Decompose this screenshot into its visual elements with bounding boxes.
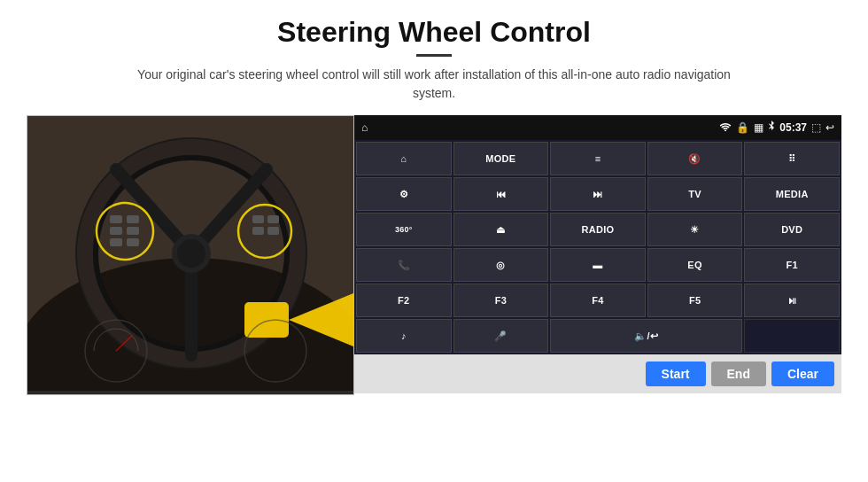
- phone-btn[interactable]: 📞: [356, 248, 452, 282]
- lock-icon: 🔒: [736, 121, 749, 134]
- media-btn[interactable]: MEDIA: [744, 177, 840, 211]
- action-bar: Start End Clear: [354, 354, 841, 393]
- eject-btn[interactable]: ⏏: [453, 213, 549, 246]
- clear-button[interactable]: Clear: [771, 362, 834, 386]
- screen-btn[interactable]: ▬: [550, 248, 646, 282]
- brightness-btn[interactable]: ☀: [647, 213, 743, 246]
- f1-btn[interactable]: F1: [744, 248, 840, 282]
- dvd-btn[interactable]: DVD: [744, 213, 840, 246]
- status-right: 🔒 ▦ 05:37 ⬚ ↩: [719, 120, 834, 135]
- page-wrapper: Steering Wheel Control Your original car…: [0, 0, 868, 482]
- svg-rect-21: [267, 227, 279, 235]
- start-button[interactable]: Start: [646, 362, 706, 386]
- bluetooth-icon: [768, 120, 775, 135]
- nav-btn[interactable]: ◎: [453, 248, 549, 282]
- content-row: ⌂ 🔒 ▦ 05:37 ⬚ ↩: [27, 115, 841, 395]
- page-subtitle: Your original car's steering wheel contr…: [133, 66, 735, 103]
- 360-btn[interactable]: 360°: [356, 213, 452, 246]
- svg-point-9: [177, 239, 205, 268]
- status-left: ⌂: [361, 121, 368, 134]
- svg-rect-17: [127, 238, 139, 246]
- svg-rect-13: [110, 227, 122, 235]
- back-icon: ↩: [825, 121, 834, 134]
- status-time: 05:37: [779, 121, 807, 134]
- mic-btn[interactable]: 🎤: [453, 319, 549, 353]
- f3-btn[interactable]: F3: [453, 284, 549, 317]
- f5-btn[interactable]: F5: [647, 284, 743, 317]
- wifi-icon: [719, 121, 732, 134]
- sim-icon: ▦: [754, 121, 763, 134]
- eq-btn[interactable]: EQ: [647, 248, 743, 282]
- svg-rect-12: [110, 215, 122, 223]
- title-divider: [416, 54, 452, 57]
- home-icon: ⌂: [361, 121, 368, 134]
- page-title: Steering Wheel Control: [277, 16, 591, 49]
- apps-btn[interactable]: ⠿: [744, 142, 840, 175]
- svg-rect-18: [252, 215, 264, 223]
- button-grid: ⌂ MODE ≡ 🔇 ⠿ ⚙ ⏮ ⏭ TV MEDIA 360° ⏏ RADIO…: [354, 140, 841, 354]
- mute-btn[interactable]: 🔇: [647, 142, 743, 175]
- empty-btn-r6: [744, 319, 840, 353]
- radio-btn[interactable]: RADIO: [550, 213, 646, 246]
- svg-rect-20: [267, 215, 279, 223]
- f2-btn[interactable]: F2: [356, 284, 452, 317]
- playpause-btn[interactable]: ⏯: [744, 284, 840, 317]
- steering-wheel-image: [27, 115, 354, 395]
- volume-btn[interactable]: 🔈/↩: [550, 319, 742, 353]
- svg-rect-14: [110, 238, 122, 246]
- status-bar: ⌂ 🔒 ▦ 05:37 ⬚ ↩: [354, 115, 841, 140]
- home-btn[interactable]: ⌂: [356, 142, 452, 175]
- settings-btn[interactable]: ⚙: [356, 177, 452, 211]
- prev-btn[interactable]: ⏮: [453, 177, 549, 211]
- svg-rect-15: [127, 215, 139, 223]
- next-btn[interactable]: ⏭: [550, 177, 646, 211]
- svg-rect-16: [127, 227, 139, 235]
- f4-btn[interactable]: F4: [550, 284, 646, 317]
- music-btn[interactable]: ♪: [356, 319, 452, 353]
- end-button[interactable]: End: [711, 362, 766, 386]
- cast-icon: ⬚: [811, 121, 821, 134]
- tv-btn[interactable]: TV: [647, 177, 743, 211]
- list-btn[interactable]: ≡: [550, 142, 646, 175]
- radio-panel: ⌂ 🔒 ▦ 05:37 ⬚ ↩: [354, 115, 841, 393]
- svg-rect-19: [252, 227, 264, 235]
- mode-btn[interactable]: MODE: [453, 142, 549, 175]
